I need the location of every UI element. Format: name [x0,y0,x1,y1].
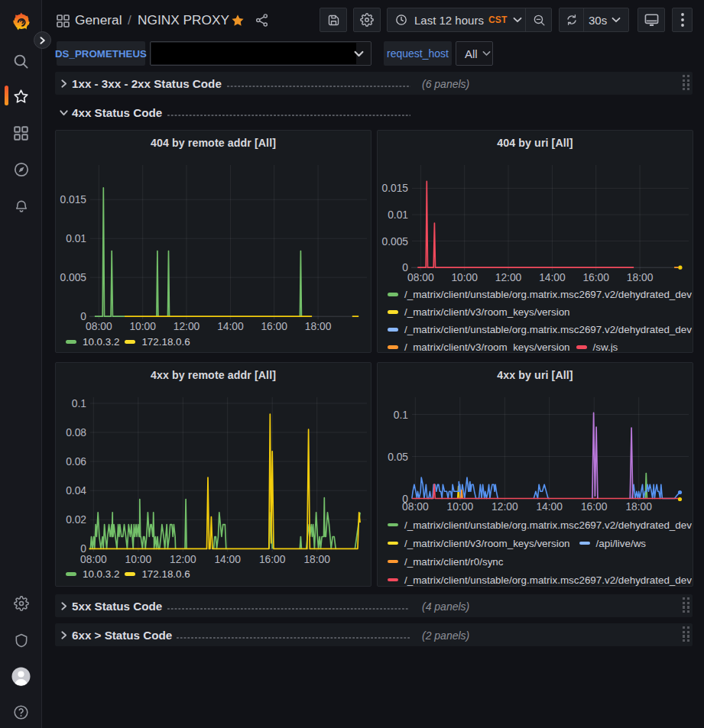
svg-text:18:00: 18:00 [625,501,652,513]
svg-text:10:00: 10:00 [129,321,156,332]
svg-text:0.08: 0.08 [66,427,86,438]
svg-text:12:00: 12:00 [495,272,522,283]
svg-text:16:00: 16:00 [261,321,287,332]
svg-text:0.06: 0.06 [66,456,86,468]
svg-text:0: 0 [80,543,86,555]
svg-text:0: 0 [80,311,86,322]
svg-text:10:00: 10:00 [451,272,478,283]
svg-text:14:00: 14:00 [214,554,241,565]
svg-text:0.1: 0.1 [394,409,408,421]
svg-text:0.015: 0.015 [60,194,86,205]
svg-text:0.05: 0.05 [388,451,408,463]
svg-text:14:00: 14:00 [217,321,244,332]
svg-text:12:00: 12:00 [174,321,200,332]
svg-text:0.01: 0.01 [66,233,86,244]
svg-text:0: 0 [402,493,408,505]
svg-text:0.005: 0.005 [60,272,86,283]
svg-text:08:00: 08:00 [86,321,112,332]
svg-text:08:00: 08:00 [80,554,107,565]
svg-text:0.005: 0.005 [381,236,408,248]
svg-text:16:00: 16:00 [581,501,608,513]
svg-text:08:00: 08:00 [407,272,434,283]
svg-text:14:00: 14:00 [539,272,566,283]
svg-text:10:00: 10:00 [125,554,152,565]
svg-text:18:00: 18:00 [627,272,654,283]
svg-text:16:00: 16:00 [259,554,286,565]
svg-text:0.015: 0.015 [381,183,408,194]
svg-text:18:00: 18:00 [303,554,330,565]
svg-text:14:00: 14:00 [536,501,563,513]
svg-text:0.04: 0.04 [66,485,86,497]
svg-text:10:00: 10:00 [447,501,474,513]
svg-text:12:00: 12:00 [170,554,196,565]
svg-text:18:00: 18:00 [305,321,332,332]
svg-text:0.02: 0.02 [66,514,86,526]
svg-text:0: 0 [402,262,408,273]
svg-text:16:00: 16:00 [582,272,609,283]
svg-text:0.1: 0.1 [72,398,86,409]
svg-text:0.01: 0.01 [388,209,408,221]
svg-text:12:00: 12:00 [492,501,518,513]
